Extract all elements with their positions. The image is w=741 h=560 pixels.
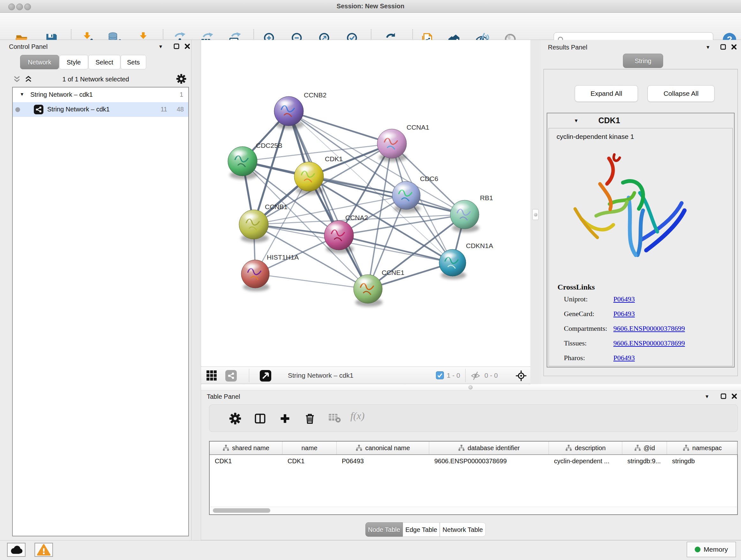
string-panel-toggle-icon[interactable] bbox=[225, 370, 237, 381]
control-panel-menu-icon[interactable]: ▼ bbox=[158, 44, 163, 49]
column-header-database-identifier[interactable]: database identifier bbox=[429, 442, 549, 454]
control-panel: Control Panel ▼ Network Style Select Set… bbox=[0, 40, 192, 540]
table-panel-close-icon[interactable] bbox=[731, 393, 738, 400]
hidden-elements-icon bbox=[470, 371, 482, 382]
node-label: CCNB2 bbox=[304, 91, 327, 99]
hidden-count: 0 - 0 bbox=[484, 372, 498, 379]
tab-select[interactable]: Select bbox=[88, 55, 120, 69]
network-label: String Network – cdk1 bbox=[47, 106, 110, 113]
collapse-all-button[interactable]: Collapse All bbox=[648, 85, 715, 102]
tab-network-table[interactable]: Network Table bbox=[440, 522, 486, 537]
column-header-canonical-name[interactable]: canonical name bbox=[337, 442, 429, 454]
table-cell[interactable]: stringdb:9... bbox=[622, 455, 667, 468]
left-splitter[interactable] bbox=[192, 40, 201, 540]
expand-all-button[interactable]: Expand All bbox=[575, 85, 638, 102]
column-header-shared-name[interactable]: shared name bbox=[210, 442, 282, 454]
control-panel-close-icon[interactable] bbox=[184, 43, 191, 50]
crosslink-link[interactable]: P06493 bbox=[613, 354, 635, 362]
crosslink-row: Compartments: 9606.ENSP00000378699 bbox=[564, 324, 607, 333]
table-cell[interactable]: P06493 bbox=[337, 455, 429, 468]
control-panel-float-icon[interactable] bbox=[173, 43, 180, 50]
network-node-CCNB2[interactable]: CCNB2 bbox=[274, 91, 327, 129]
cloud-button[interactable] bbox=[7, 543, 25, 557]
horizontal-splitter[interactable] bbox=[201, 384, 741, 390]
node-label: CDC25B bbox=[256, 142, 282, 149]
splitter-handle-dot[interactable] bbox=[468, 385, 473, 389]
column-header--id[interactable]: @id bbox=[622, 442, 667, 454]
open-view-in-window-icon[interactable] bbox=[260, 370, 271, 381]
network-selection-status: 1 of 1 Network selected bbox=[38, 76, 153, 83]
add-column-icon[interactable] bbox=[279, 413, 291, 425]
tab-network[interactable]: Network bbox=[20, 55, 59, 69]
crosslink-link[interactable]: 9606.ENSP00000378699 bbox=[613, 324, 685, 333]
node-label: CDKN1A bbox=[466, 242, 493, 249]
network-node-CDKN1A[interactable]: CDKN1A bbox=[439, 242, 493, 279]
tab-edge-table[interactable]: Edge Table bbox=[403, 522, 440, 537]
gene-collapse-icon[interactable]: ▼ bbox=[574, 118, 579, 123]
window-title: Session: New Session bbox=[0, 3, 741, 10]
network-options-gear-icon[interactable] bbox=[176, 74, 186, 84]
table-settings-gear-icon[interactable] bbox=[229, 413, 241, 425]
scrollbar-thumb[interactable] bbox=[213, 508, 270, 513]
column-header-description[interactable]: description bbox=[549, 442, 622, 454]
network-node-CCNA1[interactable]: CCNA1 bbox=[377, 124, 429, 162]
table-panel-float-icon[interactable] bbox=[720, 393, 727, 400]
results-panel-menu-icon[interactable]: ▼ bbox=[705, 44, 711, 50]
toolbar-separator bbox=[465, 369, 466, 382]
crosslink-link[interactable]: 9606.ENSP00000378699 bbox=[613, 339, 685, 348]
show-columns-icon[interactable] bbox=[254, 413, 266, 425]
window-titlebar: Session: New Session bbox=[0, 0, 741, 13]
network-node-count: 11 bbox=[160, 106, 167, 113]
table-cell[interactable]: CDK1 bbox=[282, 455, 337, 468]
network-edge[interactable] bbox=[289, 111, 368, 289]
results-panel-close-icon[interactable] bbox=[731, 44, 738, 51]
warnings-button[interactable] bbox=[35, 543, 53, 557]
network-node-CDK1[interactable]: CDK1 bbox=[294, 155, 343, 195]
network-status-dot bbox=[15, 107, 20, 112]
toolbar-separator bbox=[249, 369, 249, 382]
network-node-HIST1H1A[interactable]: HIST1H1A bbox=[241, 253, 299, 291]
network-row-selected[interactable]: String Network – cdk1 11 48 bbox=[13, 102, 188, 117]
delete-column-icon[interactable] bbox=[304, 413, 316, 425]
network-edge[interactable] bbox=[289, 111, 465, 214]
table-cell[interactable]: 9606.ENSP00000378699 bbox=[429, 455, 549, 468]
network-edge-count: 48 bbox=[177, 106, 184, 113]
column-header-name[interactable]: name bbox=[282, 442, 337, 454]
table-cell[interactable]: stringdb bbox=[667, 455, 738, 468]
crosslink-link[interactable]: P06493 bbox=[613, 295, 635, 303]
string-results-box: Expand All Collapse All ▼ CDK1 cyclin-de… bbox=[543, 69, 738, 376]
selected-nodes-checkbox[interactable] bbox=[436, 371, 444, 379]
memory-button[interactable]: Memory bbox=[687, 542, 736, 557]
table-cell[interactable]: CDK1 bbox=[210, 455, 282, 468]
crosslink-link[interactable]: P06493 bbox=[613, 310, 635, 318]
column-header-namespac[interactable]: namespac bbox=[667, 442, 738, 454]
expand-all-networks-icon[interactable] bbox=[13, 75, 21, 83]
network-node-RB1[interactable]: RB1 bbox=[450, 194, 493, 233]
tab-sets[interactable]: Sets bbox=[121, 55, 146, 69]
status-bar: Memory bbox=[0, 540, 741, 560]
results-panel-float-icon[interactable] bbox=[720, 44, 727, 51]
control-panel-title: Control Panel bbox=[9, 43, 48, 51]
node-label: CCNA2 bbox=[345, 214, 368, 221]
birds-eye-view-icon[interactable] bbox=[206, 370, 218, 381]
network-edges bbox=[243, 111, 465, 289]
tab-node-table[interactable]: Node Table bbox=[365, 522, 403, 537]
network-edge[interactable] bbox=[255, 274, 368, 289]
network-edge[interactable] bbox=[339, 235, 453, 263]
collection-expand-icon[interactable]: ▼ bbox=[20, 91, 24, 97]
table-row[interactable]: CDK1CDK1P064939606.ENSP00000378699cyclin… bbox=[210, 455, 737, 468]
table-cell[interactable]: cyclin-dependent ... bbox=[549, 455, 622, 468]
table-toolbar: f(x) bbox=[209, 405, 738, 432]
right-splitter[interactable] bbox=[530, 40, 541, 384]
network-canvas[interactable]: CCNB2CCNA1CDC25BCDK1CDC6RB1CCNB1CCNA2CDK… bbox=[201, 40, 530, 367]
tab-string[interactable]: String bbox=[623, 54, 663, 68]
network-edge[interactable] bbox=[289, 111, 392, 144]
fit-selected-crosshair-icon[interactable] bbox=[515, 370, 527, 381]
tab-style[interactable]: Style bbox=[59, 55, 88, 69]
network-collection-row[interactable]: ▼ String Network – cdk1 1 bbox=[13, 87, 188, 102]
gene-name: CDK1 bbox=[598, 116, 620, 125]
table-horizontal-scrollbar[interactable] bbox=[210, 507, 737, 514]
splitter-collapse-handle[interactable] bbox=[532, 209, 539, 220]
table-panel-menu-icon[interactable]: ▼ bbox=[704, 394, 710, 399]
collapse-all-networks-icon[interactable] bbox=[24, 75, 32, 83]
